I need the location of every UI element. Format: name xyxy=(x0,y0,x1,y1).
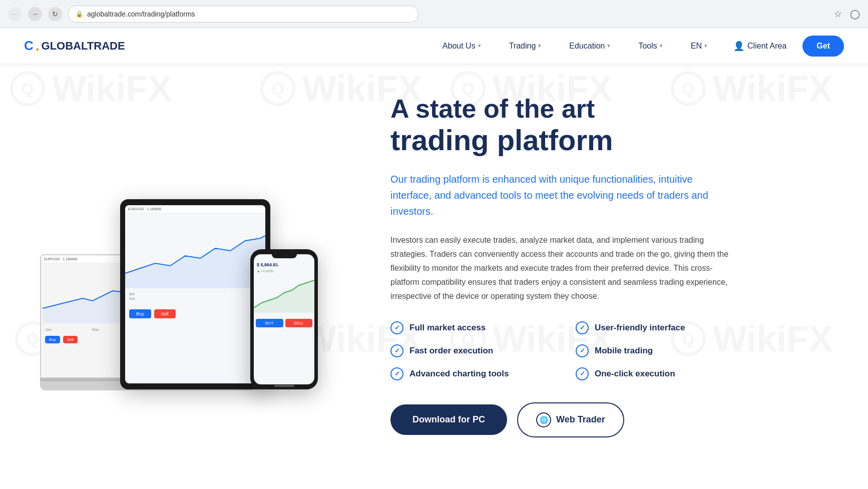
nav-label-about: About Us xyxy=(443,42,476,51)
page-wrapper: Q WikiFX Q WikiFX Q WikiFX Q WikiFX Q Wi… xyxy=(0,28,868,489)
refresh-button[interactable]: ↻ xyxy=(48,7,62,21)
feature-label-6: One-click execution xyxy=(595,369,675,379)
nav-link-language[interactable]: EN ▾ xyxy=(677,28,721,64)
chevron-down-icon: ▾ xyxy=(478,43,481,49)
feature-label-5: Advanced charting tools xyxy=(409,369,509,379)
nav-item-language[interactable]: EN ▾ xyxy=(677,28,721,64)
nav-links: About Us ▾ Trading ▾ Education ▾ Tools xyxy=(428,28,721,64)
globe-icon: 🌐 xyxy=(536,412,551,427)
feature-6: ✓ One-click execution xyxy=(576,367,731,380)
tablet-screen: EUR/USD 1.189460 Bid1.1894 Ask1.1896 xyxy=(125,205,265,383)
hero-content: A state of the art trading platform Our … xyxy=(340,84,828,437)
web-trader-button[interactable]: 🌐 Web Trader xyxy=(517,402,624,437)
address-bar[interactable]: 🔒 aglobaltrade.com/trading/platforms xyxy=(68,6,418,23)
laptop-buy-btn[interactable]: Buy xyxy=(45,336,60,343)
phone-screen: $ 5,864.81 ▲ +0.42% BUY SELL xyxy=(254,254,314,384)
feature-label-3: Fast order execution xyxy=(409,346,493,356)
phone-chart xyxy=(254,273,314,313)
nav-item-education[interactable]: Education ▾ xyxy=(555,28,624,64)
feature-label-1: Full market access xyxy=(409,323,486,333)
feature-1: ✓ Full market access xyxy=(390,321,546,334)
feature-5: ✓ Advanced charting tools xyxy=(390,367,546,380)
device-mockups: EUR/USD 1.189460 JanMarMayJulSep Buy Sel… xyxy=(40,114,340,414)
logo[interactable]: C . GLOBALTRADE xyxy=(24,38,125,54)
feature-4: ✓ Mobile trading xyxy=(576,344,731,357)
hero-body: Investors can easily execute trades, ana… xyxy=(390,233,731,303)
chevron-down-icon-3: ▾ xyxy=(607,43,610,49)
chevron-down-icon-5: ▾ xyxy=(704,43,707,49)
tablet-chart xyxy=(125,213,265,288)
check-icon-3: ✓ xyxy=(390,344,403,357)
web-trader-label: Web Trader xyxy=(556,414,605,425)
hero-actions: Download for PC 🌐 Web Trader xyxy=(390,402,828,437)
nav-item-tools[interactable]: Tools ▾ xyxy=(624,28,676,64)
forward-button[interactable]: → xyxy=(28,7,42,21)
phone-sell-btn[interactable]: SELL xyxy=(285,319,313,327)
phone-buy-btn[interactable]: BUY xyxy=(256,319,283,327)
feature-label-2: User-friendly interface xyxy=(595,323,685,333)
hero-title-top: A state of the art xyxy=(390,94,828,124)
browser-chrome: ← → ↻ 🔒 aglobaltrade.com/trading/platfor… xyxy=(0,0,868,28)
laptop-price: 1.189460 xyxy=(63,257,78,261)
check-icon-4: ✓ xyxy=(576,344,589,357)
bookmark-icon[interactable]: ☆ xyxy=(834,9,842,20)
chevron-down-icon-2: ▾ xyxy=(538,43,541,49)
nav-item-about[interactable]: About Us ▾ xyxy=(428,28,495,64)
hero-subtitle: Our trading platform is enhanced with un… xyxy=(390,171,731,219)
tablet-device: EUR/USD 1.189460 Bid1.1894 Ask1.1896 xyxy=(120,199,270,389)
tablet-currency: EUR/USD xyxy=(128,207,144,211)
check-icon-2: ✓ xyxy=(576,321,589,334)
get-started-button[interactable]: Get xyxy=(802,36,844,57)
nav-label-language: EN xyxy=(691,42,702,51)
tablet-sell-btn[interactable]: Sell xyxy=(154,309,176,318)
features-grid: ✓ Full market access ✓ User-friendly int… xyxy=(390,321,731,380)
person-icon: 👤 xyxy=(733,41,744,52)
nav-label-education: Education xyxy=(569,42,605,51)
client-area-label: Client Area xyxy=(747,42,786,51)
chevron-down-icon-4: ▾ xyxy=(660,43,663,49)
nav-link-education[interactable]: Education ▾ xyxy=(555,28,624,64)
feature-3: ✓ Fast order execution xyxy=(390,344,546,357)
logo-dot: . xyxy=(36,38,40,54)
back-button[interactable]: ← xyxy=(8,7,22,21)
laptop-currency: EUR/USD xyxy=(44,257,60,261)
hero-section: EUR/USD 1.189460 JanMarMayJulSep Buy Sel… xyxy=(0,64,868,489)
phone-home-indicator xyxy=(274,385,294,387)
phone-device: $ 5,864.81 ▲ +0.42% BUY SELL xyxy=(250,249,318,389)
nav-link-tools[interactable]: Tools ▾ xyxy=(624,28,676,64)
nav-item-trading[interactable]: Trading ▾ xyxy=(495,28,556,64)
tablet-price: 1.189460 xyxy=(147,207,162,211)
phone-notch xyxy=(272,254,297,258)
logo-text: GLOBALTRADE xyxy=(42,40,125,53)
tablet-buy-btn[interactable]: Buy xyxy=(129,309,151,318)
laptop-sell-btn[interactable]: Sell xyxy=(63,336,78,343)
url-text: aglobaltrade.com/trading/platforms xyxy=(87,10,195,18)
nav-label-trading: Trading xyxy=(509,42,536,51)
profile-icon[interactable]: ◯ xyxy=(850,9,860,20)
check-icon-5: ✓ xyxy=(390,367,403,380)
nav-label-tools: Tools xyxy=(638,42,657,51)
feature-label-4: Mobile trading xyxy=(595,346,653,356)
hero-title-main: trading platform xyxy=(390,124,828,156)
nav-link-about[interactable]: About Us ▾ xyxy=(428,28,495,64)
navbar: C . GLOBALTRADE About Us ▾ Trading ▾ Edu… xyxy=(0,28,868,64)
logo-c: C xyxy=(24,38,34,54)
lock-icon: 🔒 xyxy=(76,11,83,18)
download-pc-button[interactable]: Download for PC xyxy=(390,404,507,435)
check-icon-6: ✓ xyxy=(576,367,589,380)
check-icon-1: ✓ xyxy=(390,321,403,334)
feature-2: ✓ User-friendly interface xyxy=(576,321,731,334)
browser-right-icons: ☆ ◯ xyxy=(834,9,860,20)
client-area-link[interactable]: 👤 Client Area xyxy=(721,41,798,52)
nav-link-trading[interactable]: Trading ▾ xyxy=(495,28,556,64)
